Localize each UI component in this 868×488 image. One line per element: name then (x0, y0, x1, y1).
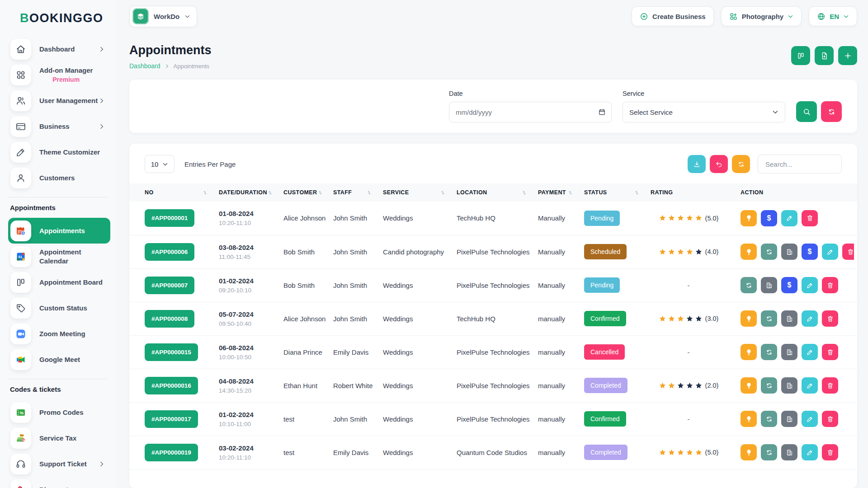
business-type-dropdown[interactable]: Photography (721, 6, 802, 26)
office-action-button[interactable] (761, 277, 777, 293)
edit-action-button[interactable] (802, 344, 818, 360)
sidebar-item-google-meet[interactable]: Google Meet (8, 347, 110, 372)
bulb-action-button[interactable] (741, 377, 757, 394)
undo-button[interactable] (710, 155, 728, 173)
bulb-action-button[interactable] (741, 210, 757, 226)
appointment-no-badge[interactable]: #APP000001 (145, 209, 194, 227)
search-input[interactable] (758, 155, 842, 174)
edit-action-button[interactable] (822, 244, 838, 260)
office-action-button[interactable] (781, 244, 797, 260)
language-dropdown[interactable]: EN (809, 6, 857, 26)
bulb-action-button[interactable] (741, 444, 757, 460)
workspace-switcher[interactable]: WorkDo (129, 6, 197, 27)
sort-icon[interactable] (440, 190, 446, 196)
sort-icon[interactable] (634, 190, 640, 196)
office-action-button[interactable] (781, 444, 797, 460)
edit-icon (826, 248, 834, 256)
delete-action-button[interactable] (802, 210, 818, 226)
edit-action-button[interactable] (802, 310, 818, 327)
bulb-action-button[interactable] (741, 310, 757, 327)
sync-action-button[interactable] (761, 344, 777, 360)
dollar-action-button[interactable]: $ (781, 277, 797, 293)
sidebar-item-add-on-manager[interactable]: Add-on ManagerPremium (8, 62, 110, 88)
sidebar-item-promo-codes[interactable]: Promo Codes (8, 399, 110, 425)
filter-search-button[interactable] (796, 101, 817, 122)
sidebar-item-customers[interactable]: Customers (8, 165, 110, 191)
sidebar-item-user-management[interactable]: User Management (8, 88, 110, 113)
column-header-location[interactable]: LOCATION (457, 183, 538, 202)
delete-action-button[interactable] (822, 444, 838, 460)
column-header-no[interactable]: NO (129, 183, 219, 202)
appointment-no-badge[interactable]: #APP0000015 (145, 343, 198, 361)
sidebar-item-appointments[interactable]: Appointments (8, 218, 110, 244)
column-header-status[interactable]: STATUS (584, 183, 651, 202)
sync-action-button[interactable] (761, 244, 777, 260)
filter-reset-button[interactable] (821, 101, 842, 122)
column-header-staff[interactable]: STAFF (333, 183, 383, 202)
delete-action-button[interactable] (822, 310, 838, 327)
office-action-button[interactable] (781, 377, 797, 394)
appointment-board-button[interactable] (791, 46, 810, 65)
sort-icon[interactable] (267, 190, 273, 196)
column-header-service[interactable]: SERVICE (383, 183, 457, 202)
appointment-no-badge[interactable]: #APP0000019 (145, 444, 198, 461)
sidebar-item-zoom-meeting[interactable]: Zoom Meeting (8, 321, 110, 347)
delete-action-button[interactable] (822, 377, 838, 394)
sidebar: BOOKINGGO Dashboard Add-on ManagerPremiu… (0, 0, 116, 488)
office-action-button[interactable] (781, 344, 797, 360)
sidebar-item-support-ticket[interactable]: Support Ticket (8, 451, 110, 477)
appointment-no-badge[interactable]: #APP000007 (145, 277, 194, 294)
office-action-button[interactable] (781, 310, 797, 327)
sort-icon[interactable] (521, 190, 527, 196)
delete-action-button[interactable] (822, 411, 838, 427)
sidebar-item-dashboard[interactable]: Dashboard (8, 36, 110, 62)
download-button[interactable] (688, 155, 706, 173)
sort-icon[interactable] (366, 190, 372, 196)
edit-action-button[interactable] (802, 277, 818, 293)
delete-action-button[interactable] (822, 277, 838, 293)
date-input[interactable] (449, 102, 612, 122)
sidebar-item-discount[interactable]: Discount (8, 477, 110, 488)
edit-action-button[interactable] (802, 444, 818, 460)
office-action-button[interactable] (781, 411, 797, 427)
sync-action-button[interactable] (761, 310, 777, 327)
column-header-payment[interactable]: PAYMENT (538, 183, 584, 202)
sync-action-button[interactable] (761, 444, 777, 460)
sync-action-button[interactable] (761, 377, 777, 394)
appointment-no-badge[interactable]: #APP000008 (145, 310, 194, 328)
edit-action-button[interactable] (781, 210, 797, 226)
sidebar-item-appointment-calendar[interactable]: Appointment Calendar (8, 244, 110, 269)
bulb-action-button[interactable] (741, 244, 757, 260)
edit-action-button[interactable] (802, 411, 818, 427)
delete-action-button[interactable] (822, 344, 838, 360)
entries-per-page-select[interactable]: 10 (145, 155, 175, 173)
dollar-action-button[interactable]: $ (761, 210, 777, 226)
add-appointment-button[interactable] (838, 46, 857, 65)
export-button[interactable] (815, 46, 834, 65)
service-select[interactable]: Select Service (623, 102, 785, 122)
edit-action-button[interactable] (802, 377, 818, 394)
appointment-no-badge[interactable]: #APP0000017 (145, 410, 198, 428)
sort-icon[interactable] (567, 190, 573, 196)
delete-action-button[interactable] (842, 244, 854, 260)
sidebar-item-theme-customizer[interactable]: Theme Customizer (8, 139, 110, 165)
dollar-action-button[interactable]: $ (802, 244, 818, 260)
sort-icon[interactable] (202, 190, 208, 196)
column-header-customer[interactable]: CUSTOMER (283, 183, 333, 202)
refresh-button[interactable] (732, 155, 750, 173)
column-header-date-duration[interactable]: DATE/DURATION (219, 183, 283, 202)
breadcrumb-dashboard-link[interactable]: Dashboard (129, 62, 160, 70)
sort-icon[interactable] (317, 190, 323, 196)
create-business-button[interactable]: Create Business (632, 6, 714, 26)
sidebar-item-appointment-board[interactable]: Appointment Board (8, 269, 110, 295)
appointment-no-badge[interactable]: #APP0000016 (145, 377, 198, 394)
calendar-icon[interactable] (598, 108, 606, 116)
appointment-no-badge[interactable]: #APP000006 (145, 243, 194, 261)
sidebar-item-custom-status[interactable]: Custom Status (8, 295, 110, 321)
sync-action-button[interactable] (741, 277, 757, 293)
bulb-action-button[interactable] (741, 344, 757, 360)
bulb-action-button[interactable] (741, 411, 757, 427)
sidebar-item-business[interactable]: Business (8, 113, 110, 139)
sync-action-button[interactable] (761, 411, 777, 427)
sidebar-item-service-tax[interactable]: Service Tax (8, 425, 110, 451)
